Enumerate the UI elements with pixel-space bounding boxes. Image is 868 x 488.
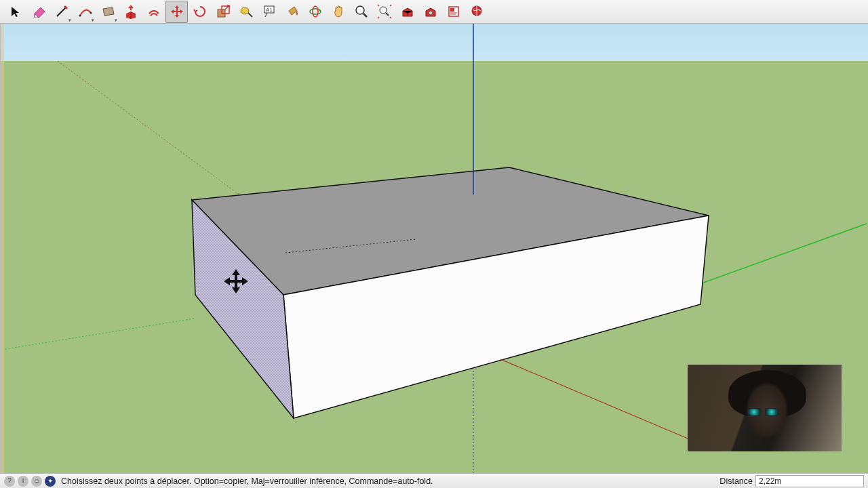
rectangle-tool[interactable] <box>96 1 119 23</box>
rotate-tool[interactable] <box>189 1 211 23</box>
zoom-extents-tool[interactable] <box>373 1 395 23</box>
svg-point-0 <box>79 15 81 17</box>
select-tool[interactable] <box>4 1 26 23</box>
layout-tool[interactable] <box>442 1 465 23</box>
measure-label: Distance <box>717 476 755 486</box>
pan-tool[interactable] <box>327 1 349 23</box>
text-tool[interactable]: A1 <box>258 1 280 23</box>
arc-tool[interactable] <box>73 1 96 23</box>
offset-tool[interactable] <box>142 1 165 23</box>
green-axis-neg <box>5 319 194 349</box>
add-location-tool[interactable] <box>465 1 488 23</box>
zoom-tool[interactable] <box>350 1 372 23</box>
svg-point-4 <box>241 7 249 14</box>
measure-value-input[interactable]: 2,22m <box>755 475 864 487</box>
scale-tool[interactable] <box>212 1 234 23</box>
eraser-tool[interactable] <box>27 1 50 23</box>
red-axis <box>500 359 701 444</box>
svg-point-11 <box>429 12 432 15</box>
svg-text:A1: A1 <box>266 7 273 13</box>
status-hint: Choisissez deux points à déplacer. Optio… <box>61 476 717 486</box>
extension-warehouse-tool[interactable] <box>419 1 441 23</box>
svg-point-10 <box>380 7 387 14</box>
paint-bucket-tool[interactable] <box>281 1 303 23</box>
status-bar: ? i ☺ ✦ Choisissez deux points à déplace… <box>0 473 868 488</box>
tape-measure-tool[interactable] <box>235 1 257 23</box>
line-tool[interactable] <box>50 1 73 23</box>
toolbar: A1 <box>0 0 868 24</box>
svg-point-8 <box>313 6 318 17</box>
orbit-tool[interactable] <box>304 1 326 23</box>
3d-warehouse-tool[interactable] <box>396 1 418 23</box>
svg-point-1 <box>90 12 92 14</box>
svg-rect-13 <box>450 8 454 12</box>
webcam-overlay <box>688 365 842 451</box>
viewport-3d[interactable] <box>0 24 868 473</box>
person-icon[interactable]: ☺ <box>31 476 42 487</box>
svg-point-7 <box>310 9 321 14</box>
info-icon[interactable]: i <box>18 476 28 487</box>
pushpull-tool[interactable] <box>119 1 142 23</box>
geo-icon[interactable]: ✦ <box>45 476 56 487</box>
help-icon[interactable]: ? <box>4 476 15 487</box>
svg-point-9 <box>356 6 364 14</box>
move-tool[interactable] <box>165 1 188 23</box>
